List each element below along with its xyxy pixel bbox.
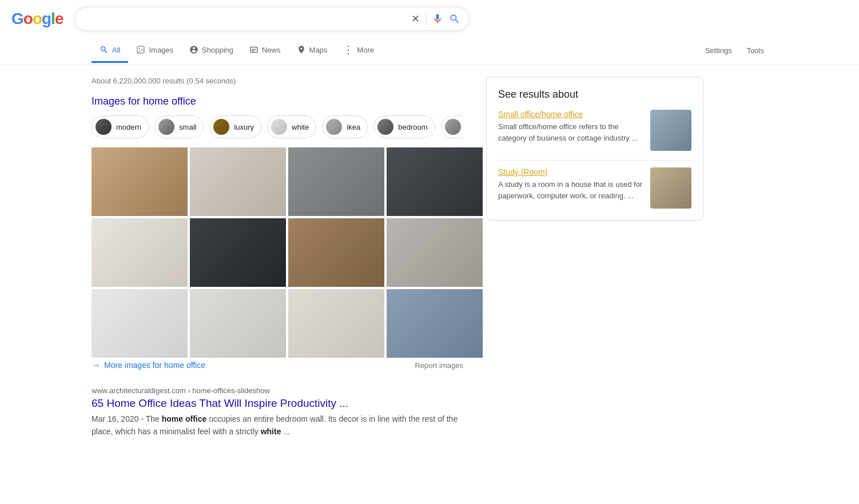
kp-item-study-desc: A study is a room in a house that is use… [498,179,643,201]
kp-item-soho-text: Small office/home office Small office/ho… [498,110,643,143]
report-images[interactable]: Report images [415,361,463,370]
kp-item-soho: Small office/home office Small office/ho… [498,110,691,151]
chip-luxury-image [213,119,229,135]
images-section: Images for home office modern small luxu… [92,95,463,370]
results-count: About 6,220,000,000 results (0.54 second… [92,77,463,85]
tab-images[interactable]: Images [128,38,181,63]
chip-desk-image [445,119,461,135]
chip-small-image [158,119,174,135]
more-images-link[interactable]: → More images for home office [92,360,205,370]
image-1[interactable] [92,147,188,216]
kp-item-soho-desc: Small office/home office refers to the c… [498,121,643,143]
chip-white-image [271,119,287,135]
result-snippet: Mar 16, 2020 - The home office occupies … [92,413,463,438]
search-tab-icon [100,45,109,54]
chip-ikea[interactable]: ikea [322,115,368,138]
right-column: See results about Small office/home offi… [486,77,703,438]
tab-news[interactable]: News [241,38,289,63]
images-tab-icon [136,45,145,54]
divider [425,12,426,26]
settings-button[interactable]: Settings [702,39,735,62]
image-4[interactable] [387,147,483,216]
nav-tabs: All Images Shopping News Maps ⋮ More Set… [0,37,859,65]
search-icon [449,13,460,25]
result-title[interactable]: 65 Home Office Ideas That Will Inspire P… [92,397,463,410]
microphone-icon [432,13,443,25]
image-11[interactable] [288,289,384,358]
image-9[interactable] [92,289,188,358]
tools-button[interactable]: Tools [743,39,767,62]
image-2[interactable] [190,147,286,216]
main-content: About 6,220,000,000 results (0.54 second… [0,65,859,449]
image-row-3 [92,289,463,358]
image-3[interactable] [288,147,384,216]
kp-divider [498,160,691,161]
kp-item-study-text: Study (Room) A study is a room in a hous… [498,167,643,201]
images-heading: Images for home office [92,95,463,107]
tab-all[interactable]: All [92,38,128,63]
voice-search-button[interactable] [432,13,443,25]
chip-small[interactable]: small [154,115,204,138]
chip-bedroom-image [377,119,393,135]
search-result-1: www.architecturaldigest.com › home-offic… [92,386,463,438]
image-8[interactable] [387,218,483,287]
kp-item-study-title[interactable]: Study (Room) [498,167,643,177]
chip-ikea-image [326,119,342,135]
image-row-2 [92,218,463,287]
image-12[interactable] [387,289,483,358]
search-box: home office ✕ [74,7,469,31]
header: Google home office ✕ [0,0,859,31]
knowledge-panel: See results about Small office/home offi… [486,77,703,221]
tab-shopping[interactable]: Shopping [181,38,241,63]
result-url: www.architecturaldigest.com › home-offic… [92,386,463,395]
more-images-row: → More images for home office Report ima… [92,360,463,370]
chip-luxury[interactable]: luxury [209,115,261,138]
chip-modern[interactable]: modern [92,115,149,138]
news-tab-icon [249,45,259,54]
chip-desk[interactable]: desk [441,115,463,138]
search-input[interactable]: home office [83,14,405,24]
tab-more[interactable]: ⋮ More [335,37,382,65]
google-logo[interactable]: Google [11,10,63,28]
maps-tab-icon [297,45,306,54]
shopping-tab-icon [189,45,198,54]
tab-maps[interactable]: Maps [289,38,336,63]
kp-item-soho-image[interactable] [650,110,691,151]
kp-item-study-image[interactable] [650,167,691,209]
chip-white[interactable]: white [267,115,316,138]
kp-item-study: Study (Room) A study is a room in a hous… [498,167,691,209]
image-5[interactable] [92,218,188,287]
kp-item-soho-title[interactable]: Small office/home office [498,110,643,119]
search-box-container: home office ✕ [74,7,469,31]
image-row-1 [92,147,463,216]
image-6[interactable] [190,218,286,287]
svg-point-1 [139,48,140,49]
image-7[interactable] [288,218,384,287]
image-10[interactable] [190,289,286,358]
image-chips: modern small luxury white ikea [92,115,463,138]
search-button[interactable] [449,13,460,25]
kp-heading: See results about [498,89,691,101]
chip-bedroom[interactable]: bedroom [373,115,435,138]
nav-settings-group: Settings Tools [702,39,767,62]
left-column: About 6,220,000,000 results (0.54 second… [92,77,463,438]
clear-button[interactable]: ✕ [411,13,420,25]
chip-modern-image [96,119,112,135]
